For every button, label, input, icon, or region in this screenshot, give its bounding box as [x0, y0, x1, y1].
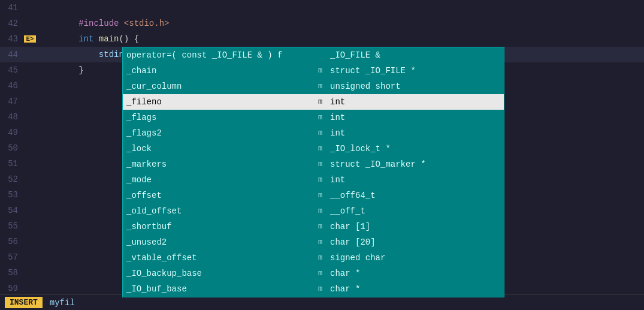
- line-number-45: 45: [0, 65, 24, 75]
- autocomplete-dropdown[interactable]: operator=( const _IO_FILE & ) f _IO_FILE…: [122, 47, 504, 297]
- ac-name-14: _IO_backup_base: [126, 269, 318, 278]
- ac-name-6: _lock: [126, 144, 318, 154]
- line-number-44: 44: [0, 50, 24, 59]
- line-number-50: 50: [0, 143, 24, 153]
- ac-name-9: _offset: [126, 191, 318, 200]
- ac-name-1: _chain: [126, 66, 318, 76]
- ac-type-11: char [1]: [330, 222, 500, 231]
- ac-name-4: _flags: [126, 113, 318, 122]
- ac-item-12[interactable]: _unused2 m char [20]: [123, 234, 504, 250]
- ac-name-5: _flags2: [126, 128, 318, 138]
- ac-type-9: __off64_t: [330, 191, 500, 200]
- ac-kind-11: m: [318, 222, 330, 231]
- line-number-46: 46: [0, 81, 24, 91]
- line-number-52: 52: [0, 174, 24, 184]
- ac-type-15: char *: [330, 284, 500, 294]
- ac-item-8[interactable]: _mode m int: [123, 172, 504, 188]
- ac-item-1[interactable]: _chain m struct _IO_FILE *: [123, 63, 504, 79]
- ac-item-6[interactable]: _lock m _IO_lock_t *: [123, 141, 504, 156]
- ac-kind-9: m: [318, 191, 330, 200]
- ac-item-3[interactable]: _fileno m int: [123, 94, 504, 110]
- line-number-54: 54: [0, 206, 24, 215]
- ac-kind-13: m: [318, 254, 330, 262]
- ac-type-4: int: [330, 113, 500, 122]
- line-number-41: 41: [0, 3, 24, 13]
- ac-kind-4: m: [318, 113, 330, 122]
- ac-type-8: int: [330, 175, 500, 185]
- ac-item-5[interactable]: _flags2 m int: [123, 125, 504, 141]
- ac-name-12: _unused2: [126, 237, 318, 247]
- ac-item-7[interactable]: _markers m struct _IO_marker *: [123, 156, 504, 172]
- ac-item-10[interactable]: _old_offset m __off_t: [123, 203, 504, 219]
- ac-name-8: _mode: [126, 175, 318, 185]
- ac-item-13[interactable]: _vtable_offset m signed char: [123, 250, 504, 266]
- ac-item-14[interactable]: _IO_backup_base m char *: [123, 266, 504, 281]
- ac-type-1: struct _IO_FILE *: [330, 66, 500, 76]
- ac-kind-5: m: [318, 129, 330, 137]
- line-number-49: 49: [0, 128, 24, 137]
- line-number-55: 55: [0, 221, 24, 231]
- ac-name-13: _vtable_offset: [126, 253, 318, 263]
- editor-container: 41 42 #include <stdio.h> 43 E> int main(…: [0, 0, 644, 310]
- ac-type-5: int: [330, 128, 500, 138]
- ac-kind-3: m: [318, 98, 330, 106]
- ac-type-7: struct _IO_marker *: [330, 159, 500, 169]
- ac-name-2: _cur_column: [126, 82, 318, 91]
- ac-kind-10: m: [318, 207, 330, 215]
- ac-name-0: operator=( const _IO_FILE & ) f: [126, 50, 318, 60]
- ac-type-10: __off_t: [330, 206, 500, 216]
- ac-kind-2: m: [318, 82, 330, 91]
- ac-name-7: _markers: [126, 159, 318, 169]
- ac-item-0[interactable]: operator=( const _IO_FILE & ) f _IO_FILE…: [123, 47, 504, 63]
- line-number-59: 59: [0, 284, 24, 293]
- line-number-58: 58: [0, 268, 24, 278]
- filename: myfil: [50, 298, 75, 308]
- ac-item-11[interactable]: _shortbuf m char [1]: [123, 219, 504, 234]
- line-number-42: 42: [0, 19, 24, 28]
- ac-type-13: signed char: [330, 253, 500, 263]
- ac-item-15[interactable]: _IO_buf_base m char *: [123, 281, 504, 297]
- ac-item-4[interactable]: _flags m int: [123, 110, 504, 125]
- line-number-56: 56: [0, 237, 24, 246]
- code-brace-close: }: [78, 65, 83, 75]
- ac-name-10: _old_offset: [126, 206, 318, 216]
- ac-type-12: char [20]: [330, 237, 500, 247]
- ac-type-3: int: [330, 97, 500, 107]
- line-marker-43: E>: [24, 35, 36, 43]
- line-number-53: 53: [0, 190, 24, 200]
- ac-kind-1: m: [318, 67, 330, 75]
- ac-type-6: _IO_lock_t *: [330, 144, 500, 154]
- mode-badge: INSERT: [5, 297, 43, 308]
- ac-type-0: _IO_FILE &: [330, 50, 500, 60]
- ac-kind-12: m: [318, 238, 330, 246]
- ac-type-2: unsigned short: [330, 82, 500, 91]
- line-number-47: 47: [0, 97, 24, 106]
- line-number-48: 48: [0, 112, 24, 122]
- ac-kind-7: m: [318, 160, 330, 168]
- ac-name-3: _fileno: [126, 97, 318, 107]
- ac-item-2[interactable]: _cur_column m unsigned short: [123, 79, 504, 94]
- ac-kind-6: m: [318, 145, 330, 153]
- ac-kind-15: m: [318, 285, 330, 293]
- ac-type-14: char *: [330, 269, 500, 278]
- ac-name-11: _shortbuf: [126, 222, 318, 231]
- ac-kind-14: m: [318, 269, 330, 278]
- line-number-57: 57: [0, 252, 24, 262]
- ac-kind-8: m: [318, 176, 330, 184]
- ac-item-9[interactable]: _offset m __off64_t: [123, 188, 504, 203]
- line-number-43: 43: [0, 34, 24, 44]
- line-number-51: 51: [0, 159, 24, 168]
- ac-name-15: _IO_buf_base: [126, 284, 318, 294]
